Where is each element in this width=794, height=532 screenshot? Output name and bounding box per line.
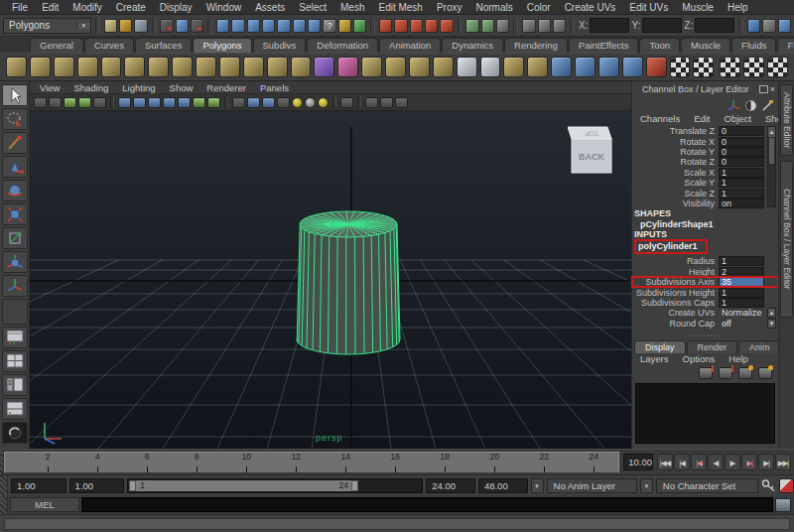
- shelf-item-icon[interactable]: [219, 57, 240, 77]
- options-menu[interactable]: Options: [677, 353, 722, 366]
- channel-value-field[interactable]: 1: [719, 168, 764, 178]
- snap-grid-icon[interactable]: [379, 19, 392, 33]
- shelf-item-icon[interactable]: [551, 57, 572, 77]
- move-layer-up-icon[interactable]: [699, 367, 713, 379]
- shelf-item-icon[interactable]: [267, 57, 288, 77]
- field-chart-icon[interactable]: [247, 97, 260, 108]
- paint-select-tool[interactable]: [2, 132, 28, 154]
- channel-row[interactable]: Rotate X 0: [632, 136, 778, 146]
- move-tool[interactable]: [2, 156, 28, 178]
- menu-file[interactable]: File: [6, 2, 34, 13]
- shelf-item-icon[interactable]: [743, 57, 764, 77]
- select-object-icon[interactable]: [176, 19, 189, 33]
- menu-muscle[interactable]: Muscle: [676, 2, 720, 13]
- shelf-item-icon[interactable]: [693, 57, 714, 77]
- step-back-frame-button[interactable]: |◀: [674, 454, 690, 470]
- scrollbar-thumb[interactable]: [769, 138, 774, 164]
- output-connections-icon[interactable]: [481, 19, 494, 33]
- menu-modify[interactable]: Modify: [66, 2, 107, 13]
- hypershade-button[interactable]: [2, 422, 28, 444]
- viewport-canvas[interactable]: TOP BACK persp: [30, 111, 631, 449]
- pane-layout2-icon[interactable]: [380, 97, 393, 108]
- viewport-menu-lighting[interactable]: Lighting: [116, 82, 161, 93]
- view-cube[interactable]: TOP BACK: [568, 123, 615, 175]
- shelf-item-icon[interactable]: [243, 57, 264, 77]
- render-current-frame-icon[interactable]: [522, 19, 535, 33]
- shelf-item-icon[interactable]: [124, 57, 145, 77]
- viewport-menu-show[interactable]: Show: [164, 82, 199, 93]
- channel-row[interactable]: Round Cap off: [632, 319, 778, 329]
- select-handles-icon[interactable]: [216, 19, 229, 33]
- last-tool-slot[interactable]: [2, 299, 28, 325]
- channel-value-field[interactable]: 1: [719, 178, 764, 188]
- time-slider-track[interactable]: 2 4 6 8 10 12 14 16 18 20 22 24: [4, 452, 619, 473]
- shelf-item-icon[interactable]: [148, 57, 169, 77]
- attribute-editor-tab[interactable]: Attribute Editor: [780, 84, 793, 156]
- shelf-tab-muscle[interactable]: Muscle: [681, 38, 730, 53]
- current-time-field[interactable]: 10.00: [623, 454, 653, 470]
- shelf-tab-deformation[interactable]: Deformation: [307, 38, 378, 53]
- range-start-handle[interactable]: [129, 480, 136, 491]
- playback-end-field[interactable]: 24.00: [426, 478, 475, 493]
- lasso-select-tool[interactable]: [2, 108, 28, 130]
- shelf-item-icon[interactable]: [172, 57, 193, 77]
- attribute-editor-toggle-icon[interactable]: [778, 19, 791, 33]
- resolution-gate-icon[interactable]: [262, 97, 275, 108]
- layout-four-pane-button[interactable]: [2, 350, 28, 372]
- shelf-tab-surfaces[interactable]: Surfaces: [135, 38, 193, 53]
- menu-edit[interactable]: Edit: [36, 2, 65, 13]
- shelf-item-icon[interactable]: [314, 57, 334, 77]
- shelf-tab-fur[interactable]: Fur: [777, 38, 794, 53]
- shelf-tab-curves[interactable]: Curves: [84, 38, 134, 53]
- channel-value-field[interactable]: 1: [719, 256, 764, 266]
- menu-create[interactable]: Create: [110, 2, 152, 13]
- menu-set-selector[interactable]: Polygons ▼: [3, 18, 91, 34]
- shelf-item-icon[interactable]: [291, 57, 312, 77]
- show-manipulator-tool[interactable]: [2, 275, 28, 297]
- grid-toggle-icon[interactable]: [93, 97, 106, 108]
- input-node-name-annotated[interactable]: polyCylinder1: [634, 239, 708, 254]
- step-back-key-button[interactable]: |◀: [691, 454, 707, 470]
- step-forward-frame-button[interactable]: ▶|: [758, 454, 774, 470]
- snap-point-icon[interactable]: [410, 19, 423, 33]
- channel-row[interactable]: Visibility on: [632, 199, 778, 208]
- layer-list-area[interactable]: [635, 383, 775, 444]
- menu-color[interactable]: Color: [521, 2, 557, 13]
- script-editor-icon[interactable]: [775, 498, 791, 512]
- save-scene-icon[interactable]: [134, 19, 147, 33]
- shelf-item-icon[interactable]: [6, 57, 27, 77]
- shape-node-name[interactable]: pCylinderShape1: [632, 219, 778, 229]
- channel-value-field[interactable]: 0: [719, 126, 764, 136]
- close-icon[interactable]: ×: [770, 84, 775, 94]
- menu-mesh[interactable]: Mesh: [334, 2, 370, 13]
- select-deformations-icon[interactable]: [277, 19, 290, 33]
- all-lights-icon[interactable]: [318, 97, 329, 108]
- animation-start-field[interactable]: 1.00: [11, 478, 66, 493]
- go-to-end-button[interactable]: ▶▶|: [775, 454, 791, 470]
- shelf-item-icon[interactable]: [720, 57, 740, 77]
- input-node-row[interactable]: polyCylinder1: [632, 239, 778, 253]
- open-scene-icon[interactable]: [119, 19, 132, 33]
- channel-enum-value[interactable]: off: [719, 319, 764, 329]
- gate-mask-icon[interactable]: [277, 97, 290, 108]
- channel-row[interactable]: Translate Z 0: [632, 126, 778, 136]
- select-misc-icon[interactable]: ?: [323, 19, 335, 33]
- menu-create-uvs[interactable]: Create UVs: [559, 2, 622, 13]
- menu-edit-uvs[interactable]: Edit UVs: [623, 2, 674, 13]
- menu-normals[interactable]: Normals: [470, 2, 519, 13]
- channel-row[interactable]: Scale Z 1: [632, 188, 778, 198]
- rotate-tool[interactable]: [2, 180, 28, 201]
- channel-row[interactable]: Radius 1: [632, 256, 778, 266]
- shelf-item-icon[interactable]: [385, 57, 406, 77]
- tab-display[interactable]: Display: [634, 340, 686, 353]
- pane-layout-icon[interactable]: [365, 97, 378, 108]
- viewport-menu-panels[interactable]: Panels: [254, 82, 295, 93]
- camera-select-icon[interactable]: [34, 97, 47, 108]
- channel-box-title-bar[interactable]: Channel Box / Layer Editor ×: [632, 81, 778, 96]
- layout-split-pane-button[interactable]: [2, 398, 28, 420]
- shelf-item-icon[interactable]: [480, 57, 501, 77]
- play-backwards-button[interactable]: ◀: [708, 454, 724, 470]
- channel-enum-value[interactable]: Normalize ...: [719, 308, 764, 318]
- shelf-tab-general[interactable]: General: [30, 38, 83, 53]
- playback-start-field[interactable]: 1.00: [69, 478, 125, 493]
